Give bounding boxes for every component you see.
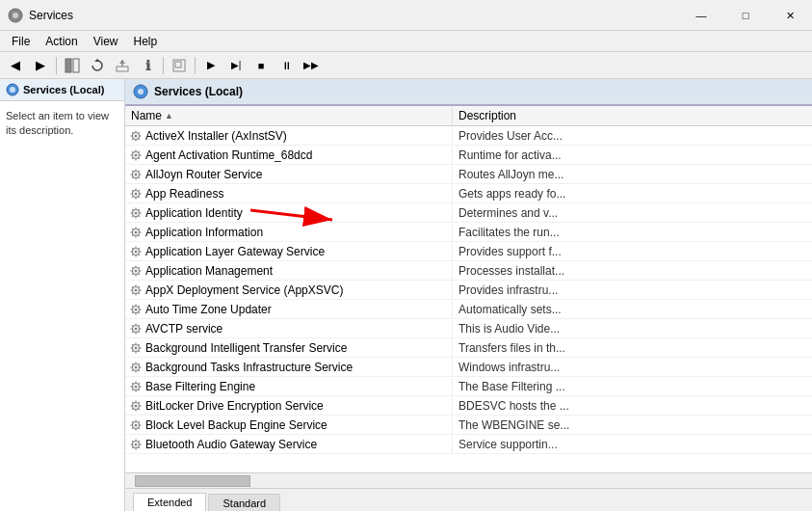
table-row[interactable]: Background Tasks Infrastructure ServiceW… (125, 358, 812, 377)
table-header: Name ▲ Description (125, 106, 812, 126)
table-row[interactable]: Agent Activation Runtime_68dcdRuntime fo… (125, 146, 812, 165)
table-row[interactable]: Application Layer Gateway ServiceProvide… (125, 242, 812, 261)
svg-point-85 (135, 269, 138, 272)
scrollbar-thumb[interactable] (135, 475, 250, 487)
table-row[interactable]: Base Filtering EngineThe Base Filtering … (125, 377, 812, 396)
svg-point-155 (135, 404, 138, 407)
svg-line-109 (132, 311, 133, 312)
column-desc-header[interactable]: Description (453, 106, 812, 125)
tab-standard[interactable]: Standard (208, 494, 280, 511)
svg-line-157 (139, 408, 140, 409)
toolbar: ◀ ▶ ℹ ▶ ▶| ■ ⏸ ▶▶ (0, 52, 812, 79)
svg-line-33 (139, 151, 140, 152)
svg-point-55 (135, 211, 138, 214)
forward-button[interactable]: ▶ (29, 55, 52, 76)
column-name-header[interactable]: Name ▲ (125, 106, 453, 125)
svg-line-31 (132, 151, 133, 152)
svg-line-183 (139, 441, 140, 442)
service-description: The WBENGINE se... (453, 417, 812, 434)
left-panel-description: Select an item to view its description. (0, 101, 124, 147)
services-header: Services (Local) (125, 79, 812, 106)
service-description: Windows infrastru... (453, 359, 812, 376)
gear-icon (129, 438, 143, 451)
refresh-button[interactable] (86, 55, 109, 76)
table-row[interactable]: BitLocker Drive Encryption ServiceBDESVC… (125, 396, 812, 416)
svg-line-81 (132, 248, 133, 249)
gear-icon (129, 245, 143, 258)
table-row[interactable]: AppX Deployment Service (AppXSVC)Provide… (125, 281, 812, 300)
svg-line-149 (132, 389, 133, 390)
menu-help[interactable]: Help (126, 33, 166, 50)
svg-line-99 (132, 292, 133, 293)
svg-line-159 (132, 408, 133, 409)
new-window-button[interactable] (168, 55, 191, 76)
gear-icon (129, 380, 143, 393)
play-next-button[interactable]: ▶| (224, 55, 248, 76)
service-description: Determines and v... (453, 204, 812, 222)
stop-button[interactable]: ■ (249, 55, 273, 76)
svg-point-75 (135, 250, 138, 253)
table-row[interactable]: ActiveX Installer (AxInstSV)Provides Use… (125, 126, 812, 146)
back-button[interactable]: ◀ (4, 55, 27, 76)
export-button[interactable] (111, 55, 134, 76)
svg-rect-5 (117, 67, 128, 71)
table-row[interactable]: AllJoyn Router ServiceRoutes AllJoyn me.… (125, 165, 812, 184)
service-description: Provides support f... (453, 243, 812, 260)
gear-icon (129, 418, 143, 432)
gear-icon (129, 129, 143, 143)
services-header-icon (133, 84, 148, 99)
table-row[interactable]: Block Level Backup Engine ServiceThe WBE… (125, 416, 812, 435)
main-content: Services (Local) Select an item to view … (0, 79, 812, 511)
service-description: BDESVC hosts the ... (453, 397, 812, 415)
svg-line-127 (139, 350, 140, 351)
play-button[interactable]: ▶ (199, 55, 223, 76)
maximize-button[interactable]: □ (723, 0, 768, 31)
service-name: Application Information (125, 224, 453, 241)
left-panel: Services (Local) Select an item to view … (0, 79, 125, 511)
svg-point-11 (10, 87, 15, 93)
table-row[interactable]: Application IdentityDetermines and v... (125, 203, 812, 223)
gear-icon (129, 341, 143, 355)
svg-line-141 (132, 363, 133, 364)
table-body[interactable]: ActiveX Installer (AxInstSV)Provides Use… (125, 126, 812, 468)
service-name: Auto Time Zone Updater (125, 301, 453, 318)
restart-button[interactable]: ▶▶ (300, 55, 323, 76)
service-name: AllJoyn Router Service (125, 166, 453, 183)
minimize-button[interactable]: — (679, 0, 723, 31)
table-row[interactable]: Background Intelligent Transfer ServiceT… (125, 338, 812, 358)
svg-rect-3 (73, 59, 79, 72)
menu-action[interactable]: Action (38, 33, 85, 50)
svg-line-61 (132, 209, 133, 210)
service-name: Block Level Backup Engine Service (125, 417, 453, 434)
menu-view[interactable]: View (86, 33, 126, 50)
table-row[interactable]: App ReadinessGets apps ready fo... (125, 184, 812, 203)
svg-point-45 (135, 192, 138, 195)
svg-line-181 (132, 441, 133, 442)
table-row[interactable]: AVCTP serviceThis is Audio Vide... (125, 319, 812, 338)
close-button[interactable]: ✕ (768, 0, 812, 31)
info-button[interactable]: ℹ (136, 55, 159, 76)
horizontal-scrollbar[interactable] (125, 472, 812, 488)
svg-line-179 (132, 446, 133, 447)
svg-line-87 (139, 273, 140, 274)
svg-point-35 (135, 173, 138, 175)
svg-rect-2 (65, 59, 71, 72)
gear-icon (129, 168, 143, 181)
svg-line-119 (132, 331, 133, 332)
tab-extended[interactable]: Extended (133, 493, 206, 511)
svg-line-139 (132, 369, 133, 370)
pause-button[interactable]: ⏸ (275, 55, 298, 76)
svg-line-53 (139, 190, 140, 191)
menu-file[interactable]: File (4, 33, 38, 50)
show-hide-button[interactable] (61, 55, 84, 76)
svg-line-103 (139, 286, 140, 287)
svg-line-63 (139, 209, 140, 210)
table-row[interactable]: Application InformationFacilitates the r… (125, 223, 812, 242)
table-row[interactable]: Bluetooth Audio Gateway ServiceService s… (125, 435, 812, 454)
toolbar-sep1 (56, 57, 57, 74)
svg-line-49 (132, 196, 133, 197)
svg-line-133 (139, 344, 140, 345)
table-row[interactable]: Application ManagementProcesses installa… (125, 261, 812, 281)
table-row[interactable]: Auto Time Zone UpdaterAutomatically sets… (125, 300, 812, 319)
svg-line-51 (132, 190, 133, 191)
